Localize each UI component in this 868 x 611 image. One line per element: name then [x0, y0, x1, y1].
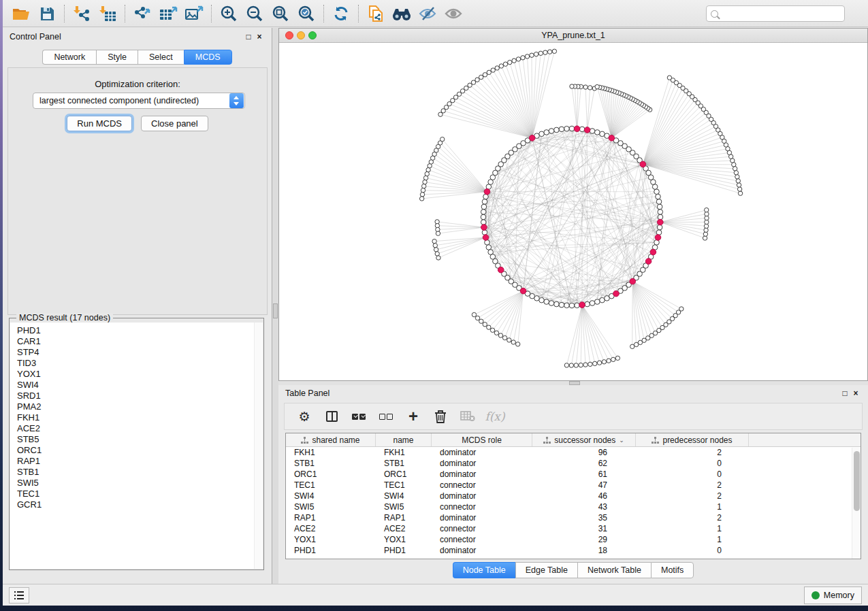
table-cell[interactable]: 1 [636, 524, 749, 533]
leaf-node[interactable] [543, 50, 547, 54]
table-row[interactable]: ORC1ORC1dominator610 [286, 469, 861, 480]
leaf-node[interactable] [432, 239, 436, 243]
float-panel-icon[interactable]: □ [839, 389, 850, 398]
table-cell[interactable]: 31 [532, 524, 636, 533]
graph-node[interactable] [600, 297, 605, 303]
graph-node[interactable] [594, 299, 600, 305]
mcds-result-list[interactable]: PHD1CAR1STP4TID3YOX1SWI4SRD1PMA2FKH1ACE2… [10, 323, 263, 569]
leaf-node[interactable] [703, 232, 707, 236]
leaf-node[interactable] [595, 84, 599, 88]
table-cell[interactable]: dominator [432, 459, 532, 468]
mcds-node[interactable] [574, 126, 580, 132]
result-node[interactable]: ORC1 [17, 445, 263, 456]
graph-node[interactable] [600, 131, 605, 137]
table-cell[interactable]: ORC1 [376, 469, 432, 479]
graph-node[interactable] [590, 301, 595, 306]
leaf-node[interactable] [735, 175, 739, 179]
table-scrollbar[interactable] [852, 448, 861, 559]
import-table-icon[interactable] [95, 3, 120, 24]
tab-network[interactable]: Network [42, 50, 96, 65]
table-cell[interactable]: 0 [636, 546, 749, 555]
table-row[interactable]: TEC1TEC1connector472 [286, 480, 861, 491]
leaf-node[interactable] [737, 187, 741, 191]
table-cell[interactable]: 35 [532, 513, 636, 523]
table-cell[interactable]: STB1 [376, 459, 432, 468]
result-node[interactable]: TID3 [17, 358, 263, 369]
leaf-node[interactable] [434, 248, 438, 252]
leaf-node[interactable] [472, 312, 476, 316]
leaf-node[interactable] [597, 361, 601, 365]
leaf-node[interactable] [516, 57, 520, 61]
mcds-node[interactable] [481, 225, 487, 231]
graph-node[interactable] [564, 126, 570, 131]
leaf-node[interactable] [483, 323, 487, 327]
table-cell[interactable]: 2 [636, 513, 749, 523]
graph-node[interactable] [481, 214, 486, 220]
leaf-node[interactable] [593, 361, 597, 365]
graph-node[interactable] [539, 297, 545, 303]
graph-node[interactable] [656, 194, 661, 199]
leaf-node[interactable] [487, 70, 491, 74]
graph-node[interactable] [481, 220, 486, 225]
export-table-icon[interactable] [155, 3, 181, 24]
table-cell[interactable]: 43 [532, 502, 636, 512]
run-mcds-button[interactable]: Run MCDS [67, 116, 132, 131]
zoom-out-icon[interactable] [242, 3, 268, 24]
graph-node[interactable] [652, 184, 658, 190]
leaf-node[interactable] [498, 333, 502, 337]
leaf-node[interactable] [703, 236, 707, 240]
leaf-node[interactable] [534, 52, 538, 56]
result-node[interactable]: SWI4 [17, 380, 263, 391]
table-row[interactable]: ACE2ACE2connector311 [286, 523, 861, 534]
leaf-node[interactable] [435, 252, 439, 256]
table-cell[interactable]: ACE2 [376, 524, 432, 533]
column-header-name[interactable]: name [376, 433, 432, 446]
graph-node[interactable] [544, 130, 549, 135]
leaf-node[interactable] [570, 84, 574, 88]
table-cell[interactable]: FKH1 [286, 448, 376, 457]
copy-style-icon[interactable] [363, 3, 389, 24]
import-network-icon[interactable] [69, 3, 95, 24]
leaf-node[interactable] [588, 362, 592, 366]
result-node[interactable]: TEC1 [17, 489, 263, 499]
close-panel-icon[interactable]: × [254, 32, 265, 42]
tab-select[interactable]: Select [138, 50, 184, 65]
graph-node[interactable] [590, 129, 595, 134]
tab-style[interactable]: Style [96, 50, 138, 65]
result-node[interactable]: STB1 [17, 467, 263, 478]
mcds-node[interactable] [650, 249, 656, 255]
network-graph[interactable] [279, 43, 867, 380]
graph-node[interactable] [575, 303, 580, 308]
result-node[interactable]: YOX1 [17, 369, 263, 380]
graph-node[interactable] [482, 199, 487, 205]
table-cell[interactable]: PHD1 [286, 546, 376, 555]
search-network-icon[interactable] [389, 3, 415, 24]
result-list-scrollbar[interactable] [254, 323, 263, 569]
leaf-node[interactable] [530, 53, 534, 57]
result-node[interactable]: PMA2 [17, 401, 263, 412]
table-cell[interactable]: RAP1 [376, 513, 432, 523]
deselect-all-icon[interactable] [376, 407, 396, 426]
leaf-node[interactable] [425, 171, 429, 176]
leaf-node[interactable] [507, 338, 511, 342]
graph-node[interactable] [579, 127, 585, 132]
leaf-node[interactable] [583, 363, 588, 367]
leaf-node[interactable] [487, 325, 491, 329]
table-row[interactable]: FKH1FKH1dominator962 [286, 447, 861, 458]
leaf-node[interactable] [490, 328, 494, 332]
criterion-select[interactable]: largest connected component (undirected) [33, 93, 245, 109]
leaf-node[interactable] [438, 112, 443, 116]
table-row[interactable]: PHD1PHD1dominator180 [286, 545, 861, 556]
splitter-handle[interactable] [273, 303, 278, 318]
graph-node[interactable] [554, 127, 560, 133]
minimize-window-icon[interactable] [297, 31, 305, 39]
tab-network-table[interactable]: Network Table [577, 562, 651, 578]
table-cell[interactable]: SWI4 [286, 491, 376, 501]
graph-node[interactable] [534, 296, 540, 301]
table-cell[interactable]: 2 [636, 491, 749, 501]
zoom-fit-icon[interactable] [268, 3, 293, 24]
leaf-node[interactable] [503, 62, 507, 66]
table-cell[interactable]: 61 [532, 469, 636, 479]
mcds-node[interactable] [655, 235, 661, 241]
tab-mcds[interactable]: MCDS [184, 50, 232, 65]
